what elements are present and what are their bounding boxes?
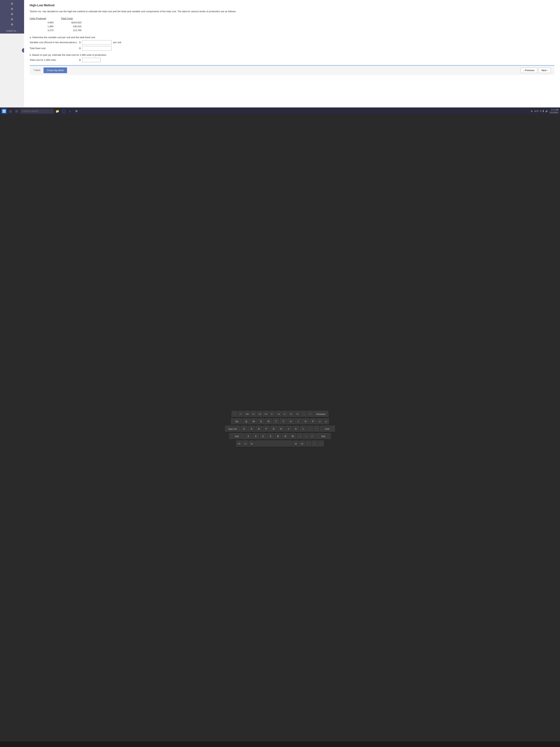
- key-r[interactable]: R: [265, 418, 272, 425]
- key-8[interactable]: 8 *: [282, 411, 288, 418]
- previous-button[interactable]: ‹ Previous: [521, 68, 537, 73]
- sidebar-dot-3: [11, 13, 13, 15]
- col-header-costs: Total Costs: [61, 16, 85, 21]
- key-c[interactable]: C: [260, 433, 266, 440]
- key-z[interactable]: Z: [245, 433, 252, 440]
- fixed-cost-input[interactable]: [82, 46, 112, 51]
- key-1[interactable]: 1 !: [238, 411, 243, 418]
- key-equals[interactable]: = +: [307, 411, 313, 418]
- sidebar-sheet-label: KSHEET.AL...: [6, 30, 18, 32]
- key-k[interactable]: K: [293, 426, 299, 432]
- key-enter[interactable]: Enter: [320, 426, 335, 432]
- keyboard-row-zxcv: Shift Z X C V B N M , < . > / ? Shift: [230, 433, 330, 440]
- key-arrow-left[interactable]: ←: [305, 441, 311, 447]
- start-button[interactable]: [1, 108, 7, 114]
- key-o[interactable]: O: [302, 418, 309, 425]
- bottom-bar: 7 items Check My Work ‹ Previous Next ›: [30, 65, 555, 75]
- page-title: High-Low Method: [30, 4, 555, 7]
- chrome-icon[interactable]: ◯: [61, 108, 66, 114]
- key-ctrl-right[interactable]: ctrl: [299, 441, 305, 447]
- production-data-table: Units Produced Total Costs 4,960 $164,92…: [30, 16, 85, 32]
- part-b-section: b. Based on part (a), estimate the total…: [30, 54, 555, 62]
- next-button[interactable]: Next ›: [539, 68, 551, 73]
- variable-cost-label: Variable cost (Round to two decimal plac…: [30, 41, 78, 44]
- key-y[interactable]: Y: [280, 418, 287, 425]
- key-0[interactable]: 0 ): [295, 411, 300, 418]
- key-p[interactable]: P: [310, 418, 316, 425]
- key-f[interactable]: F: [263, 426, 270, 432]
- key-lbracket[interactable]: [ {: [317, 418, 323, 425]
- keyboard-area: ` ~ 1 ! 2 @ 3 # 4 $ 5 % 6 ^ 7 & 8 * 9 ( …: [0, 115, 560, 742]
- key-q[interactable]: Q: [243, 418, 250, 425]
- cost-cell-1: $164,920: [61, 21, 85, 24]
- variable-cost-input[interactable]: [82, 40, 112, 45]
- key-b[interactable]: B: [275, 433, 281, 440]
- key-u[interactable]: U: [287, 418, 294, 425]
- key-9[interactable]: 9 (: [288, 411, 294, 418]
- check-my-work-button[interactable]: Check My Work: [44, 68, 67, 73]
- key-alt-left[interactable]: alt: [249, 441, 255, 447]
- table-row: 1,860 106,020: [30, 24, 85, 28]
- key-h[interactable]: H: [278, 426, 285, 432]
- key-period[interactable]: . >: [303, 433, 309, 440]
- key-7[interactable]: 7 &: [276, 411, 281, 418]
- units-cell-1: 4,960: [30, 21, 61, 24]
- key-semicolon[interactable]: ; :: [308, 426, 313, 432]
- key-2[interactable]: 2 @: [244, 411, 250, 418]
- total-cost-input[interactable]: [82, 58, 101, 62]
- key-space[interactable]: [255, 441, 292, 447]
- variable-cost-row: Variable cost (Round to two decimal plac…: [30, 40, 555, 45]
- key-t[interactable]: T: [273, 418, 279, 425]
- key-w[interactable]: W: [250, 418, 257, 425]
- key-comma[interactable]: , <: [297, 433, 302, 440]
- key-arrow-right[interactable]: →: [318, 441, 324, 447]
- key-backspace[interactable]: Backspace: [314, 411, 328, 418]
- widgets-button[interactable]: ☷: [14, 108, 19, 114]
- part-a-label: a. Determine the variable cost per unit …: [30, 36, 555, 39]
- key-fn[interactable]: fn: [243, 441, 248, 447]
- taskview-button[interactable]: ◫: [8, 108, 13, 114]
- key-s[interactable]: S: [248, 426, 255, 432]
- key-d[interactable]: D: [256, 426, 262, 432]
- svg-rect-0: [3, 110, 4, 111]
- key-m[interactable]: M: [289, 433, 296, 440]
- key-e[interactable]: E: [258, 418, 264, 425]
- key-5[interactable]: 5 %: [263, 411, 269, 418]
- key-g[interactable]: G: [270, 426, 277, 432]
- key-x[interactable]: X: [252, 433, 259, 440]
- key-shift-left[interactable]: Shift: [230, 433, 244, 440]
- file-explorer-icon[interactable]: 📁: [55, 108, 60, 114]
- settings-icon[interactable]: ⚙: [74, 108, 79, 114]
- key-i[interactable]: I: [295, 418, 301, 425]
- key-slash[interactable]: / ?: [310, 433, 315, 440]
- key-ctrl-left[interactable]: ctrl: [236, 441, 242, 447]
- key-tab[interactable]: Tab: [231, 418, 242, 425]
- laptop-base: [0, 742, 560, 747]
- keyboard-row-number: ` ~ 1 ! 2 @ 3 # 4 $ 5 % 6 ^ 7 & 8 * 9 ( …: [232, 411, 328, 418]
- edge-icon[interactable]: a: [68, 108, 73, 114]
- taskbar-right: ☀ 41°F ⎘ ⏽ 🔊 2:11 AM 12/1/2021: [531, 108, 559, 114]
- key-alt-right[interactable]: alt: [293, 441, 298, 447]
- keyboard-row-asdf: Caps Lock A S D F G H J K L ; : ' " Ente…: [225, 426, 335, 432]
- key-capslock[interactable]: Caps Lock: [225, 426, 240, 432]
- key-quote[interactable]: ' ": [314, 426, 319, 432]
- total-cost-label: Total cost for 2,460 units:: [30, 58, 78, 61]
- key-4[interactable]: 4 $: [257, 411, 262, 418]
- key-a[interactable]: A: [241, 426, 247, 432]
- taskbar-clock: 2:11 AM 12/1/2021: [550, 108, 559, 114]
- key-6[interactable]: 6 ^: [269, 411, 275, 418]
- units-cell-2: 1,860: [30, 24, 61, 28]
- key-n[interactable]: N: [282, 433, 289, 440]
- key-minus[interactable]: - _: [301, 411, 306, 418]
- taskbar-search-input[interactable]: [20, 109, 54, 113]
- key-rbracket[interactable]: ] }: [323, 418, 329, 425]
- sidebar-dot-5: [11, 23, 13, 26]
- key-backtick[interactable]: ` ~: [232, 411, 237, 418]
- items-label: 7 items: [33, 69, 41, 72]
- key-l[interactable]: L: [300, 426, 307, 432]
- key-arrow-updown[interactable]: ↑ ↓: [312, 441, 317, 447]
- key-j[interactable]: J: [285, 426, 292, 432]
- key-shift-right[interactable]: Shift: [316, 433, 330, 440]
- key-3[interactable]: 3 #: [250, 411, 256, 418]
- key-v[interactable]: V: [267, 433, 274, 440]
